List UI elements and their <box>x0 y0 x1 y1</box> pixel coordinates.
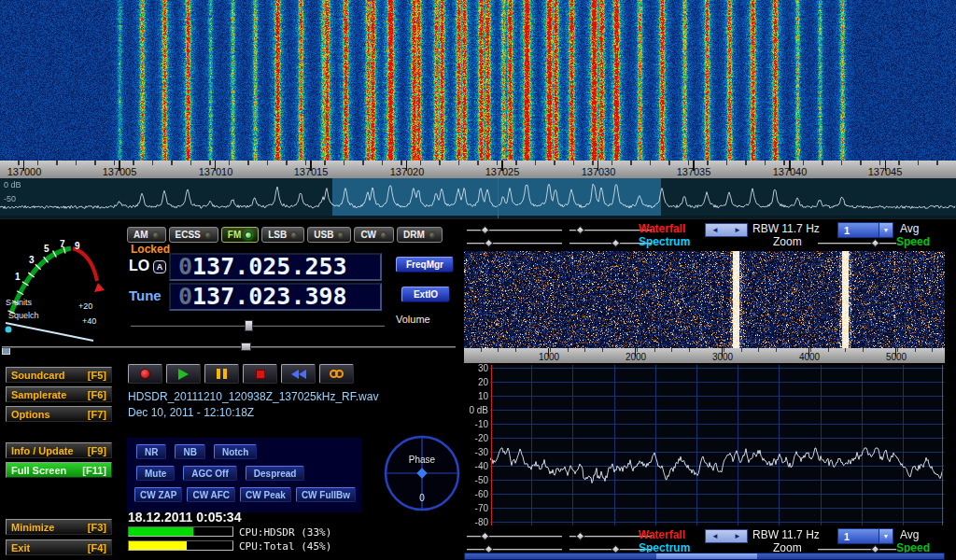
rbw-label-2: RBW 11.7 Hz <box>752 528 820 541</box>
pause-icon <box>217 369 227 379</box>
dsp-button-nb[interactable]: NB <box>175 444 204 459</box>
menu-label: Options <box>11 409 50 420</box>
audio-frequency-scale[interactable]: 1000 2000 3000 4000 5000 <box>464 348 945 363</box>
waterfall-upper-slider-2[interactable] <box>467 536 562 538</box>
pan-groove-thumb[interactable] <box>241 343 251 351</box>
spectrum-tab[interactable]: Spectrum <box>639 235 690 248</box>
menu-button-exit[interactable]: Exit [F4] <box>6 539 112 555</box>
dsp-button-nr[interactable]: NR <box>136 444 166 459</box>
dsp-button-cw-zap[interactable]: CW ZAP <box>134 487 182 502</box>
avg-count-dropdown-2[interactable]: 1 ▼ <box>837 528 893 544</box>
menu-hotkey: [F6] <box>88 389 106 400</box>
mode-button-usb[interactable]: USB <box>307 227 351 243</box>
avg-label: Avg <box>900 222 919 235</box>
overview-spectrum-canvas[interactable] <box>0 178 956 218</box>
avg-count-dropdown[interactable]: 1 ▼ <box>837 222 893 238</box>
rewind-icon <box>291 370 306 379</box>
db-label: 0 dB <box>464 405 488 415</box>
freqmgr-button[interactable]: FreqMgr <box>396 257 454 273</box>
mode-button-drm[interactable]: DRM <box>397 227 443 243</box>
dropdown-arrow-icon[interactable]: ▼ <box>879 529 893 543</box>
play-button[interactable] <box>166 364 201 384</box>
dsp-button-mute[interactable]: Mute <box>136 466 175 481</box>
audio-waterfall-display[interactable] <box>464 251 945 348</box>
menu-button-minimize[interactable]: Minimize [F3] <box>6 519 112 535</box>
mode-led <box>337 231 344 239</box>
hdsdr-window: 137000 137005 137010 137015 137020 13702… <box>0 0 956 560</box>
menu-button-fullscreen[interactable]: Full Screen [F11] <box>6 462 112 478</box>
dsp-button-agc-off[interactable]: AGC Off <box>183 466 236 481</box>
menu-label: Exit <box>11 542 30 553</box>
zoom-slider-thumb[interactable] <box>871 239 880 248</box>
lock-a-badge[interactable]: A <box>153 260 166 273</box>
pause-button[interactable] <box>204 364 239 384</box>
audio-pan-scrollbar[interactable] <box>464 553 945 560</box>
mode-button-fm[interactable]: FM <box>221 227 259 243</box>
frequency-label: 137035 <box>677 166 711 177</box>
menu-button-options[interactable]: Options [F7] <box>6 406 112 422</box>
menu-hotkey: [F11] <box>82 465 106 476</box>
avg-count-value: 1 <box>838 529 879 543</box>
cpu-total-bar <box>128 540 233 551</box>
shift-left-icon[interactable]: ◄ <box>711 532 719 540</box>
slider-thumb[interactable] <box>485 239 494 248</box>
menu-button-soundcard[interactable]: Soundcard [F5] <box>6 367 112 383</box>
shift-left-icon[interactable]: ◄ <box>711 226 719 234</box>
dsp-button-notch[interactable]: Notch <box>214 444 257 459</box>
waterfall-upper-slider[interactable] <box>467 230 562 231</box>
loop-button[interactable] <box>319 364 354 384</box>
slider-thumb[interactable] <box>576 226 585 235</box>
shift-right-icon[interactable]: ► <box>734 532 741 540</box>
dsp-button-cw-fullbw[interactable]: CW FullBw <box>296 487 356 502</box>
menu-button-samplerate[interactable]: Samplerate [F6] <box>6 386 112 402</box>
avg-count-value: 1 <box>838 223 879 237</box>
db-label: -30 <box>464 447 488 457</box>
waterfall-tab[interactable]: Waterfall <box>639 222 685 235</box>
smeter-tick-label: 9 <box>75 241 80 251</box>
dsp-button-cw-afc[interactable]: CW AFC <box>187 487 235 502</box>
zoom-slider-2[interactable] <box>818 549 896 551</box>
main-waterfall-display[interactable] <box>0 0 956 161</box>
zoom-slider[interactable] <box>818 243 896 245</box>
shift-right-icon[interactable]: ► <box>734 226 741 234</box>
audio-spectrum-display[interactable] <box>490 365 944 525</box>
record-button[interactable] <box>128 364 162 384</box>
slider-thumb[interactable] <box>481 532 490 541</box>
smeter-plus20-label: +20 <box>78 301 92 311</box>
mode-button-am[interactable]: AM <box>127 227 166 243</box>
mode-led <box>290 231 298 239</box>
volume-slider[interactable] <box>131 324 385 327</box>
menu-button-info-update[interactable]: Info / Update [F9] <box>6 442 112 458</box>
spectrum-upper-slider[interactable] <box>467 243 562 245</box>
slider-thumb[interactable] <box>481 226 490 235</box>
db-label: 30 <box>464 363 488 373</box>
mode-button-lsb[interactable]: LSB <box>261 227 304 243</box>
shift-arrow-buttons[interactable]: ◄ ► <box>705 223 748 237</box>
lo-frequency-display[interactable]: 0137.025.253 <box>169 253 382 281</box>
db-label: -70 <box>464 503 488 513</box>
squelch-thumb[interactable] <box>6 327 12 333</box>
main-frequency-scale[interactable]: 137000 137005 137010 137015 137020 13702… <box>0 161 956 178</box>
extio-button[interactable]: ExtIO <box>401 287 450 302</box>
stop-button[interactable] <box>243 364 277 384</box>
audio-pan-scrollbar-thumb[interactable] <box>656 553 757 559</box>
slider-thumb[interactable] <box>612 239 621 248</box>
main-spectrum-overview[interactable]: 0 dB -50 <box>0 178 956 218</box>
rewind-button[interactable] <box>281 364 316 384</box>
cpu-hdsdr-bar <box>128 526 233 537</box>
tune-frequency-display[interactable]: 0137.023.398 <box>169 283 382 311</box>
mode-button-ecss[interactable]: ECSS <box>169 227 218 243</box>
shift-arrow-buttons-2[interactable]: ◄ ► <box>705 529 748 543</box>
volume-slider-thumb[interactable] <box>245 320 253 331</box>
smeter-tick-label: 7 <box>60 239 65 249</box>
spectrum-upper-slider-2[interactable] <box>467 549 562 551</box>
pan-groove[interactable] <box>2 346 456 348</box>
waterfall-tab-2[interactable]: Waterfall <box>639 528 685 541</box>
smeter-tick-label: 1 <box>15 272 21 282</box>
dsp-button-despread[interactable]: Despread <box>246 466 305 481</box>
slider-thumb[interactable] <box>576 532 585 541</box>
cpu-hdsdr-bar-fill <box>129 527 193 536</box>
dsp-button-cw-peak[interactable]: CW Peak <box>240 487 291 502</box>
dropdown-arrow-icon[interactable]: ▼ <box>879 223 893 237</box>
mode-button-cw[interactable]: CW <box>354 227 394 243</box>
